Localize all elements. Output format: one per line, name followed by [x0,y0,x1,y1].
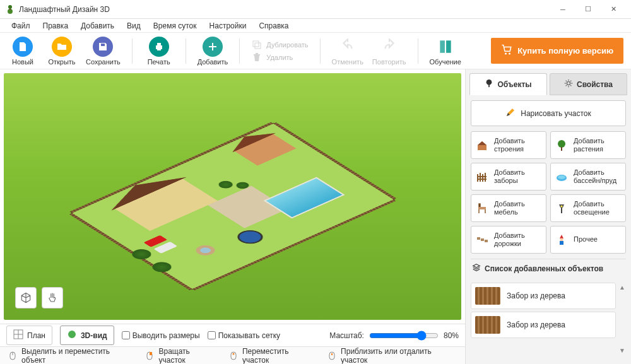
menu-settings[interactable]: Настройки [204,20,252,32]
scroll-up-icon[interactable]: ▲ [619,284,625,291]
plan-view-button[interactable]: План [6,326,52,345]
svg-rect-28 [477,237,480,240]
pool-icon [555,170,569,184]
svg-rect-10 [446,40,451,53]
svg-rect-32 [560,241,563,245]
layers-icon [472,263,481,274]
list-scrollbar[interactable]: ▲ ▼ [618,283,626,355]
duplicate-button[interactable]: Дублировать [251,39,308,50]
save-button[interactable]: Сохранить [86,37,121,66]
add-lighting-button[interactable]: Добавить освещение [550,194,626,222]
plan-icon [13,329,23,341]
add-other-button[interactable]: Прочее [550,226,626,254]
menu-edit[interactable]: Правка [38,20,74,32]
svg-rect-25 [478,207,486,209]
folder-icon [52,37,72,57]
status-select: Выделить и переместить объект [8,347,133,365]
svg-rect-6 [157,48,161,50]
redo-icon [379,37,399,57]
gear-icon [564,79,573,90]
new-button[interactable]: Новый [8,37,38,66]
svg-rect-19 [489,85,490,87]
status-rotate: Вращать участок [144,347,217,365]
draw-plot-button[interactable]: Нарисовать участок [471,100,626,126]
add-pool-button[interactable]: Добавить бассейн/пруд [550,163,626,191]
add-button[interactable]: Добавить [198,37,228,66]
delete-button[interactable]: Удалить [251,52,308,63]
3d-viewport[interactable] [4,73,461,320]
svg-point-20 [567,81,570,85]
window-minimize-button[interactable]: ─ [550,1,575,18]
app-icon [5,4,15,15]
svg-rect-9 [440,40,445,53]
undo-icon [338,37,358,57]
add-buildings-button[interactable]: Добавить строения [471,131,546,159]
open-button[interactable]: Открыть [47,37,77,66]
trash-icon [251,52,262,63]
save-icon [93,37,113,57]
menu-help[interactable]: Справка [254,20,293,32]
window-maximize-button[interactable]: ☐ [575,1,601,18]
object-list: Забор из дерева Забор из дерева [471,283,616,355]
status-zoom: Приблизить или отдалить участок [327,347,457,365]
svg-rect-14 [150,352,152,355]
3d-view-button[interactable]: 3D-вид [60,326,114,345]
fence-thumb-icon [475,287,500,305]
scale-slider[interactable] [369,331,439,341]
separator [320,38,321,64]
scale-label: Масштаб: [329,331,364,340]
pencil-icon [505,107,516,119]
svg-rect-17 [329,352,334,360]
separator [186,38,186,64]
house-icon [475,138,489,152]
svg-rect-5 [157,43,161,45]
svg-rect-8 [255,43,261,49]
gnome-icon [555,233,569,247]
tab-objects[interactable]: Объекты [469,73,547,95]
svg-rect-29 [481,238,484,241]
svg-rect-7 [253,41,259,47]
svg-point-21 [558,140,565,148]
add-fences-button[interactable]: Добавить заборы [471,163,546,191]
svg-point-2 [8,5,12,9]
add-plants-button[interactable]: Добавить растения [550,131,626,159]
print-button[interactable]: Печать [144,37,174,66]
cube-view-button[interactable] [15,287,37,308]
separator [132,38,133,64]
view-controls: План 3D-вид Выводить размеры Показывать … [0,324,465,346]
path-icon [475,233,489,247]
menu-add[interactable]: Добавить [76,20,119,32]
pan-button[interactable] [42,287,63,308]
show-grid-checkbox[interactable]: Показывать сетку [208,331,280,340]
svg-rect-22 [561,147,562,151]
svg-point-16 [232,353,234,355]
tab-properties[interactable]: Свойства [550,73,627,95]
mouse-icon [8,351,18,361]
svg-rect-30 [485,240,488,242]
mouse-icon [144,351,155,361]
add-furniture-button[interactable]: Добавить мебель [471,194,546,222]
mouse-icon [228,351,239,361]
separator [418,38,418,64]
list-item[interactable]: Забор из дерева [471,312,616,338]
add-paths-button[interactable]: Добавить дорожки [471,226,546,254]
redo-button[interactable]: Повторить [372,37,406,66]
right-panel: Объекты Свойства Нарисовать участок Доба… [466,69,631,364]
svg-rect-3 [101,44,105,46]
menu-view[interactable]: Вид [122,20,146,32]
mouse-icon [327,351,337,361]
list-item[interactable]: Забор из дерева [471,283,616,309]
menu-file[interactable]: Файл [6,20,35,32]
buy-full-version-button[interactable]: Купить полную версию [491,38,623,64]
separator [239,38,240,64]
fence-thumb-icon [475,316,500,334]
scroll-down-icon[interactable]: ▼ [619,347,625,354]
window-close-button[interactable]: ✕ [601,1,626,18]
menu-time[interactable]: Время суток [148,20,202,32]
tutorial-button[interactable]: Обучение [430,37,461,66]
book-icon [435,37,456,57]
leaf-icon [67,329,77,341]
show-dimensions-checkbox[interactable]: Выводить размеры [122,331,200,340]
undo-button[interactable]: Отменить [332,37,363,66]
statusbar: Выделить и переместить объект Вращать уч… [0,346,465,364]
